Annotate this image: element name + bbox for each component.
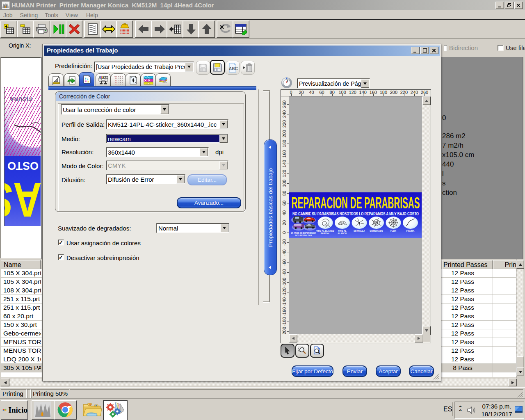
media-combo[interactable]: newcam [106, 134, 228, 144]
dialog-resize-grip[interactable] [432, 372, 440, 380]
resolution-arrow[interactable] [200, 148, 208, 156]
print-button[interactable] [33, 21, 50, 38]
start-button[interactable]: Inicio [1, 400, 28, 420]
dialog-tab-0[interactable] [48, 73, 64, 87]
move-to-table-button[interactable] [167, 21, 183, 38]
dialog-minimize-button[interactable] [411, 47, 420, 54]
preset-combo-arrow[interactable] [185, 62, 193, 71]
table-v-thumb[interactable] [516, 356, 524, 368]
zoom-page-tool-button[interactable] [310, 344, 324, 358]
tray-language[interactable]: ES [443, 406, 452, 413]
display-icon[interactable] [515, 406, 523, 413]
menu-tools[interactable]: Tools [42, 11, 61, 20]
dialog-close-button[interactable] [430, 47, 438, 54]
taskbar-app-human-printer[interactable] [32, 400, 54, 420]
menu-help[interactable]: Help [83, 11, 101, 20]
close-button[interactable] [514, 2, 523, 9]
preview-mode-arrow[interactable] [361, 79, 369, 88]
name-column-header[interactable]: Name [1, 260, 41, 269]
passes2-column-header[interactable]: Prin [493, 260, 517, 269]
minimize-button[interactable] [495, 2, 504, 9]
taskbar-app-color-manager[interactable] [103, 400, 128, 420]
dialog-maximize-button[interactable] [420, 47, 429, 54]
menu-view[interactable]: View [63, 11, 81, 20]
color-correction-mode-combo[interactable]: Usar la corrección de color [61, 104, 169, 115]
color-mapping-checkbox[interactable]: ✓ [58, 240, 64, 246]
preview-scroll-left-button[interactable] [289, 334, 297, 342]
table-v-scrollbar[interactable] [516, 260, 523, 376]
preview-scroll-right-button[interactable] [415, 334, 423, 342]
diffusion-combo[interactable]: Difusión de Error [106, 174, 185, 184]
menu-job[interactable]: Job [0, 11, 16, 20]
use-file-label: Use file [506, 44, 525, 51]
dialog-tab-4[interactable] [111, 73, 126, 87]
set-default-button[interactable]: Fijar por Defecto [292, 365, 333, 377]
taskbar-app-chrome[interactable] [54, 400, 77, 420]
move-down-button[interactable] [183, 21, 199, 38]
layers-icon [158, 75, 169, 85]
passes-column-header[interactable]: Printed Passes [442, 260, 493, 269]
media-button[interactable] [84, 21, 101, 38]
dialog-tab-7[interactable] [155, 73, 171, 87]
accept-button[interactable]: Aceptar [376, 365, 401, 377]
overprint-checkbox[interactable]: ✓ [58, 254, 64, 260]
send-button[interactable]: Enviar [342, 365, 367, 377]
grid-edit-button[interactable] [233, 21, 249, 38]
volume-icon[interactable] [466, 405, 476, 415]
preview-canvas[interactable]: REPARACION DE PARABRISAS NO CAMBIE SU PA… [289, 96, 422, 334]
reset-button[interactable] [217, 21, 233, 38]
advanced-button[interactable]: Avanzado... [177, 197, 241, 208]
output-profile-combo[interactable]: KM512-14PL-4C-sticker_360x1440_.icc [106, 119, 228, 129]
remove-job-button[interactable] [17, 21, 34, 38]
tray-chevron-icon[interactable]: ⌃⌃ [458, 406, 463, 413]
preview-v-scrollbar[interactable] [422, 96, 430, 334]
delete-button[interactable] [66, 21, 82, 38]
cancel-button[interactable]: Cancelar [409, 365, 434, 377]
table-scroll-down-button[interactable] [516, 368, 524, 376]
status-segment-long [70, 389, 523, 399]
move-right-button[interactable] [151, 21, 168, 38]
taskbar-app-folder[interactable] [80, 401, 103, 419]
output-profile-arrow[interactable] [219, 120, 228, 128]
table-scroll-up-button[interactable] [516, 260, 524, 269]
diffusion-arrow[interactable] [176, 175, 185, 183]
media-arrow[interactable] [219, 135, 228, 143]
dialog-tab-1[interactable] [64, 73, 79, 87]
move-left-button[interactable] [135, 21, 152, 38]
dialog-tab-3[interactable] [96, 73, 111, 87]
smoothing-arrow[interactable] [220, 224, 228, 232]
resolution-combo[interactable]: 360x1440 [106, 147, 209, 157]
menu-setting[interactable]: Setting [17, 11, 41, 20]
dialog-title-bar[interactable]: Propiedades del Trabajo [44, 46, 440, 56]
dialog-tab-5[interactable] [126, 73, 141, 87]
start-pause-button[interactable] [50, 21, 66, 38]
zoom-select-tool-button[interactable] [295, 344, 309, 358]
smoothing-combo[interactable]: Normal [156, 223, 229, 233]
swap-icon [102, 24, 116, 34]
basic-properties-side-tab[interactable]: Propiedades básicas del trabajo [264, 139, 277, 275]
dialog-tab-6[interactable] [141, 73, 156, 87]
preset-combo[interactable]: [Usar Propiedades de Trabajo Pred [94, 62, 194, 72]
dialog-tab-2[interactable] [79, 72, 94, 87]
color-correction-mode-arrow[interactable] [160, 105, 169, 114]
cell-passes: 12 Pass [442, 356, 483, 363]
preview-scroll-up-button[interactable] [422, 96, 431, 105]
h-ruler-tick [322, 94, 322, 96]
main-title-bar: HUMAN Printer Printer Manager Konica_KM5… [0, 0, 525, 10]
table-scroll-right-button[interactable] [508, 379, 517, 386]
pointer-tool-button[interactable] [281, 344, 294, 358]
cell-passes: 12 Pass [442, 338, 483, 346]
preview-mode-combo[interactable]: Previsualización de Pág [297, 78, 370, 89]
purge-button[interactable] [116, 21, 133, 38]
move-up-button[interactable] [198, 21, 215, 38]
use-file-checkbox[interactable] [498, 45, 504, 51]
preview-h-scrollbar[interactable] [289, 334, 422, 342]
swap-button[interactable] [100, 21, 117, 38]
add-job-button[interactable] [0, 21, 17, 38]
windows-logo-icon [2, 405, 7, 415]
h-ruler-tick [353, 94, 353, 96]
restore-button[interactable] [505, 2, 514, 9]
table-scroll-left-button[interactable] [1, 379, 9, 386]
preview-scroll-down-button[interactable] [422, 326, 431, 335]
remove-job-icon [19, 23, 32, 35]
